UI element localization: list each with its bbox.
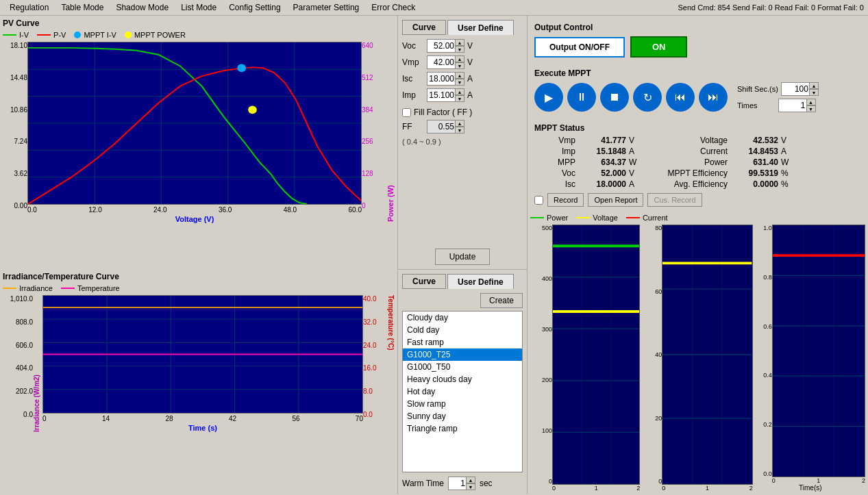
mppt-rewind-button[interactable]: ⏮ [666, 83, 695, 112]
mppt-reload-button[interactable]: ↻ [633, 83, 662, 112]
mpp-status-unit: W [629, 157, 643, 167]
irr-panel: Irradiance/Temperature Curve Irradiance … [0, 269, 397, 494]
curve-tab-user-define[interactable]: User Define [447, 20, 514, 35]
menu-table-mode[interactable]: Table Mode [55, 1, 109, 14]
legend-voltage: Voltage [576, 214, 618, 222]
mppt-stop-button[interactable]: ⏹ [600, 83, 629, 112]
mppt-controls: ▶ ⏸ ⏹ ↻ ⏮ ⏭ [534, 82, 861, 112]
menu-error-check[interactable]: Error Check [366, 1, 421, 14]
pv-chart-svg [28, 42, 361, 204]
imp-down[interactable]: ▼ [455, 95, 464, 102]
update-button[interactable]: Update [435, 249, 491, 265]
menu-parameter-setting[interactable]: Parameter Setting [288, 1, 365, 14]
list-item-g1000-t50[interactable]: G1000_T50 [403, 361, 522, 373]
pv-x-label: Voltage (V) [27, 215, 362, 223]
list-item-sunny-day[interactable]: Sunny day [403, 410, 522, 422]
menu-regulation[interactable]: Regulation [4, 1, 54, 14]
imp-status-value: 15.1848 [578, 147, 626, 156]
record-button[interactable]: Record [547, 193, 584, 207]
play-icon: ▶ [545, 91, 553, 104]
avg-eff-value: 0.0000 [730, 179, 778, 189]
mini-chart-3-xticks: 012 [756, 477, 865, 484]
imp-up[interactable]: ▲ [455, 88, 464, 95]
legend-power: Power [530, 214, 568, 222]
imp-status-label: Imp [534, 147, 575, 156]
current-legend-icon [626, 217, 640, 218]
times-up[interactable]: ▲ [806, 99, 816, 105]
list-item-hot-day[interactable]: Hot day [403, 385, 522, 398]
mppt-iv-label: MPPT I-V [84, 31, 116, 39]
isc-up[interactable]: ▲ [455, 72, 464, 79]
pv-y-axis-right: 640 512 384 256 128 0 [362, 42, 386, 223]
ff-label: FF [402, 122, 424, 131]
list-item-cold-day[interactable]: Cold day [403, 324, 522, 336]
mppt-power-label: MPPT POWER [134, 31, 186, 39]
cus-record-button[interactable]: Cus. Record [647, 193, 702, 207]
ff-up[interactable]: ▲ [455, 120, 464, 127]
list-item-triangle-ramp[interactable]: Triangle ramp [403, 422, 522, 435]
mppt-status-grid: Vmp 41.777 V Voltage 42.532 V Imp 15.184… [534, 136, 861, 189]
shift-sec-down[interactable]: ▼ [809, 89, 819, 96]
vmp-up[interactable]: ▲ [455, 55, 464, 62]
voc-down[interactable]: ▼ [455, 46, 464, 53]
create-button[interactable]: Create [480, 293, 523, 308]
list-tab-user-define[interactable]: User Define [447, 274, 514, 289]
voc-up[interactable]: ▲ [455, 39, 464, 46]
list-item-cloudy-day[interactable]: Cloudy day [403, 312, 522, 324]
list-item-slow-ramp[interactable]: Slow ramp [403, 398, 522, 410]
voc-unit: V [467, 41, 481, 51]
ff-input-wrapper: ▲ ▼ [427, 120, 464, 134]
temperature-label: Temperature [77, 284, 120, 292]
warm-time-up[interactable]: ▲ [466, 477, 475, 483]
mini-chart-x-label: Time(s) [756, 484, 865, 492]
mppt-pause-button[interactable]: ⏸ [567, 83, 596, 112]
warm-time-row: Warm Time ▲ ▼ sec [402, 477, 523, 490]
isc-label: Isc [402, 74, 424, 84]
isc-down[interactable]: ▼ [455, 79, 464, 86]
record-checkbox[interactable] [534, 196, 543, 205]
avg-eff-label: Avg. Efficiency [645, 179, 728, 189]
menu-list-mode[interactable]: List Mode [175, 1, 222, 14]
list-tab-curve[interactable]: Curve [402, 274, 446, 289]
menu-shadow-mode[interactable]: Shadow Mode [110, 1, 174, 14]
isc-unit: A [467, 74, 481, 84]
current-status-label: Current [645, 147, 728, 156]
ff-down[interactable]: ▼ [455, 127, 464, 134]
times-down[interactable]: ▼ [806, 105, 816, 112]
mppt-play-button[interactable]: ▶ [534, 83, 563, 112]
curve-tab-curve[interactable]: Curve [402, 20, 446, 35]
menu-config-setting[interactable]: Config Setting [223, 1, 286, 14]
pv-y-axis-left: 18.10 14.48 10.86 7.24 3.62 0.00 [3, 42, 27, 223]
mini-chart-1 [552, 225, 640, 485]
irr-y-right-label: Temperature (°C) [385, 295, 395, 432]
mppt-fastforward-button[interactable]: ⏭ [699, 83, 728, 112]
open-report-button[interactable]: Open Report [588, 193, 643, 207]
mini-chart-1-xticks: 012 [530, 485, 640, 492]
list-item-heavy-clouds[interactable]: Heavy clouds day [403, 373, 522, 385]
menu-items: Regulation Table Mode Shadow Mode List M… [4, 1, 421, 14]
imp-status-unit: A [629, 147, 643, 156]
legend-pv: P-V [37, 31, 66, 39]
mppt-execute: Execute MPPT ▶ ⏸ ⏹ ↻ [530, 64, 865, 116]
shift-sec-row: Shift Sec.(s) ▲ ▼ [737, 82, 819, 96]
vmp-down[interactable]: ▼ [455, 62, 464, 69]
vmp-status-label: Vmp [534, 136, 575, 145]
warm-time-down[interactable]: ▼ [466, 483, 475, 490]
irr-x-label: Time (s) [42, 424, 363, 432]
main-content: PV Curve I-V P-V MPPT I-V MPPT POWER [0, 16, 868, 494]
irr-y-axis-left: 1,010.0808.0606.0404.0202.00.0 [3, 295, 33, 432]
ff-range-note: ( 0.4 ~ 0.9 ) [402, 138, 523, 146]
shift-sec-up[interactable]: ▲ [809, 82, 819, 89]
ff-checkbox-row: Fill Factor ( FF ) [402, 107, 523, 117]
vmp-status-value: 41.777 [578, 136, 626, 145]
shift-params: Shift Sec.(s) ▲ ▼ Times [737, 82, 819, 112]
list-item-g1000-t25[interactable]: G1000_T25 [403, 348, 522, 361]
record-row: Record Open Report Cus. Record [534, 193, 861, 207]
on-button[interactable]: ON [630, 36, 688, 58]
irr-x-ticks: 01428425670 [42, 414, 363, 422]
pv-label: P-V [53, 31, 66, 39]
warm-time-label: Warm Time [402, 479, 444, 488]
list-item-fast-ramp[interactable]: Fast ramp [403, 336, 522, 348]
output-onoff-button[interactable]: Output ON/OFF [534, 37, 625, 58]
ff-checkbox[interactable] [402, 108, 411, 117]
